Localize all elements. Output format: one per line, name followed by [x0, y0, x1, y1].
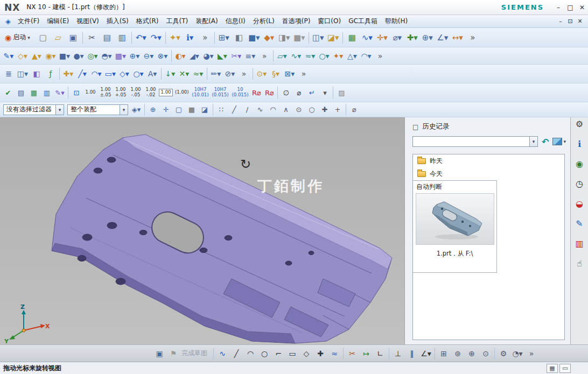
trim-body-icon[interactable]: ✂▾: [230, 50, 243, 62]
through-curves-icon[interactable]: ≈▾: [304, 50, 317, 62]
web-browser-icon[interactable]: ◉: [576, 160, 583, 168]
cut-icon[interactable]: ✂: [85, 31, 99, 45]
spring-tool-icon[interactable]: §▾: [269, 67, 282, 80]
overflow-chevron-icon[interactable]: »: [198, 31, 212, 45]
x-form-icon[interactable]: ✦▾: [332, 50, 345, 62]
manage-pencil-icon[interactable]: ✎: [576, 220, 583, 228]
fit-window-icon[interactable]: ⊞▾: [217, 31, 231, 45]
solid-cube-icon[interactable]: ■: [186, 104, 198, 116]
suppress-feature-icon[interactable]: ⊘▾: [223, 67, 236, 80]
snap-peak-icon[interactable]: ∧: [280, 104, 292, 116]
snap-center-icon[interactable]: ⊙: [479, 347, 492, 360]
panel-pin-icon[interactable]: □: [412, 123, 418, 131]
clipboard-view-icon[interactable]: ▨: [335, 87, 347, 98]
shaded-view-icon[interactable]: ■▾: [247, 31, 261, 45]
dim-fit-2[interactable]: 10H7 (0.015): [211, 87, 230, 98]
status-grid-icon[interactable]: ▦: [547, 364, 558, 373]
orient-view-icon[interactable]: ◆▾: [262, 31, 276, 45]
menu-assemblies[interactable]: 装配(A): [192, 15, 222, 27]
intersection-curve-icon[interactable]: ✕▾: [178, 67, 191, 80]
move-component-icon[interactable]: ✚▾: [405, 31, 419, 45]
start-menu-button[interactable]: ◉ 启动 ▾: [2, 32, 33, 43]
circle-icon[interactable]: ○: [258, 347, 271, 360]
ellipse-icon[interactable]: ○▾: [132, 67, 145, 80]
selection-scope-icon[interactable]: ◈▾: [130, 104, 142, 116]
viewport-canvas[interactable]: 丁銆制作 ↻ Z X Y: [0, 117, 404, 344]
swept-icon[interactable]: ∿▾: [290, 50, 303, 62]
doc-close-button[interactable]: ✕: [575, 18, 585, 25]
draft-icon[interactable]: ◣▾: [216, 50, 229, 62]
selection-filter-dropdown[interactable]: 没有选择过滤器 ▾: [3, 104, 64, 115]
project-curve-icon[interactable]: ↓▾: [164, 67, 177, 80]
unite-icon[interactable]: ⊕▾: [128, 50, 141, 62]
auto-constrain-icon[interactable]: ∥: [405, 347, 418, 360]
snap-circle-icon[interactable]: ○: [306, 104, 318, 116]
menu-analysis[interactable]: 分析(L): [249, 15, 278, 27]
open-folder-icon[interactable]: ▱: [51, 31, 65, 45]
snap-point-icon[interactable]: ⊕▾: [421, 31, 435, 45]
expressions-icon[interactable]: ƒ: [44, 67, 57, 80]
menu-gc-toolbox[interactable]: GC工具箱: [345, 15, 381, 27]
rectangle-icon[interactable]: ▭▾: [104, 67, 117, 80]
info-window-icon[interactable]: ℹ▾: [183, 31, 197, 45]
line-icon[interactable]: ╱: [230, 347, 243, 360]
point-icon[interactable]: ✚▾: [62, 67, 75, 80]
dim-reference[interactable]: (1.00): [174, 89, 190, 96]
measure-angle-icon[interactable]: ∠▾: [436, 31, 450, 45]
overflow-chevron-icon[interactable]: »: [258, 50, 271, 62]
menu-file[interactable]: 文件(F): [14, 15, 43, 27]
snap-arc-icon[interactable]: ◠: [267, 104, 279, 116]
history-undo-icon[interactable]: ↶: [541, 137, 550, 147]
new-file-icon[interactable]: ▢: [36, 31, 50, 45]
snap-mid-icon[interactable]: ⊚: [451, 347, 464, 360]
n-sided-surface-icon[interactable]: ○▾: [318, 50, 331, 62]
diameter-icon[interactable]: ∅: [280, 87, 292, 98]
reflection-analysis-icon[interactable]: ◠▾: [360, 50, 373, 62]
dim-nominal[interactable]: 1.00: [83, 89, 97, 96]
make-corner-icon[interactable]: ∟: [374, 347, 387, 360]
part-navigator-sheet-icon[interactable]: ▤: [15, 87, 27, 98]
show-constraints-icon[interactable]: ∠▾: [419, 347, 432, 360]
verify-check-icon[interactable]: ✔: [2, 87, 14, 98]
clip-section-icon[interactable]: ◧: [30, 67, 43, 80]
report-icon[interactable]: ▥: [41, 87, 53, 98]
measure-distance-icon[interactable]: ⌀▾: [390, 31, 404, 45]
rectangle-icon[interactable]: ▭: [286, 347, 299, 360]
radius-tolerance-icon[interactable]: R⌀: [263, 87, 275, 98]
shell-icon[interactable]: ◐▾: [174, 50, 187, 62]
dimension-style-icon[interactable]: ⊡: [71, 87, 82, 98]
profile-icon[interactable]: ∿: [216, 347, 229, 360]
overflow-chevron-icon[interactable]: »: [374, 50, 387, 62]
paste-icon[interactable]: ▥: [115, 31, 129, 45]
menu-preferences[interactable]: 首选项(P): [278, 15, 314, 27]
close-button[interactable]: ✕: [576, 4, 588, 11]
datum-plane-icon[interactable]: ◇▾: [16, 50, 29, 62]
folder-today[interactable]: 今天: [413, 167, 564, 180]
wireframe-view-icon[interactable]: ◧: [232, 31, 246, 45]
datum-csys-icon[interactable]: ✛▾: [375, 31, 389, 45]
dim-deviation[interactable]: 1.00 -.02: [144, 87, 158, 98]
fastener-assembly-icon[interactable]: ⊙▾: [255, 67, 268, 80]
quick-extend-icon[interactable]: ↦: [360, 347, 373, 360]
render-style-icon[interactable]: ◨▾: [277, 31, 291, 45]
ruler-icon[interactable]: ↔▾: [451, 31, 465, 45]
dim-fit-1[interactable]: 10H7 (10.01): [191, 87, 210, 98]
layer-settings-icon[interactable]: ≣: [2, 67, 15, 80]
part-thumbnail[interactable]: [416, 193, 494, 245]
dim-symmetric-tol[interactable]: 1.00 ±.05: [99, 87, 113, 98]
diameter-symbol-icon[interactable]: ⌀: [293, 87, 305, 98]
process-studio-icon[interactable]: ◒: [576, 200, 583, 208]
top-selection-icon[interactable]: ✛: [160, 104, 172, 116]
revolve-icon[interactable]: ◉▾: [44, 50, 57, 62]
dim-boxed[interactable]: 1.00: [159, 89, 173, 96]
point-icon[interactable]: ✚: [314, 347, 327, 360]
status-monitor-icon[interactable]: ▭: [559, 364, 571, 373]
chamfer-icon[interactable]: ◢▾: [188, 50, 201, 62]
fillet-icon[interactable]: ⌐: [272, 347, 285, 360]
chevron-down-icon[interactable]: ▾: [529, 137, 537, 146]
face-analysis-icon[interactable]: △▾: [346, 50, 359, 62]
polygon-icon[interactable]: ◇▾: [118, 67, 131, 80]
offset-curve-icon[interactable]: ≈▾: [192, 67, 205, 80]
assembly-constraints-icon[interactable]: ◪▾: [326, 31, 340, 45]
sketch-settings-gear-icon[interactable]: ⚙: [497, 347, 510, 360]
